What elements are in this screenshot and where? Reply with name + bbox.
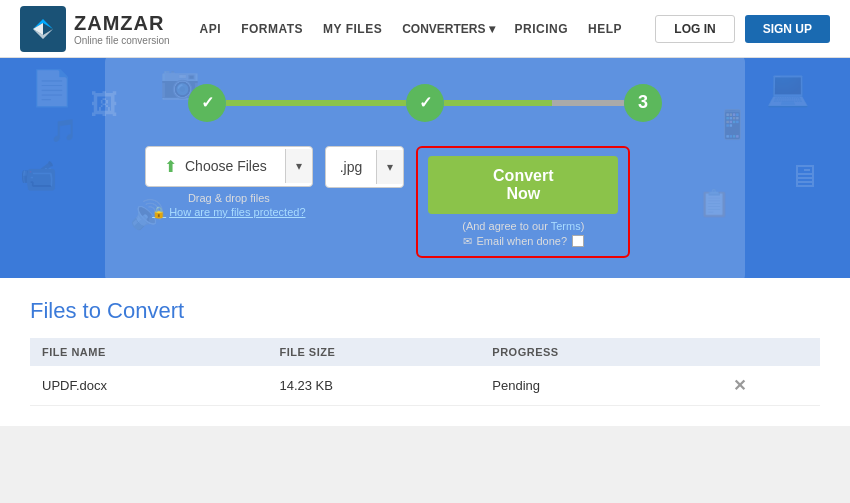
bg-icon-1: 📄	[30, 68, 74, 109]
logo-name: ZAMZAR	[74, 12, 170, 35]
step-1: ✓	[188, 84, 226, 122]
step-line-1	[226, 100, 406, 106]
logo: ZAMZAR Online file conversion	[20, 6, 170, 52]
email-row: ✉ Email when done?	[463, 235, 585, 248]
cell-progress: Pending	[480, 366, 721, 406]
nav-help[interactable]: HELP	[588, 22, 622, 36]
step-line-2	[444, 100, 624, 106]
choose-files-button[interactable]: ⬆ Choose Files ▾	[145, 146, 313, 187]
login-button[interactable]: LOG IN	[655, 15, 734, 43]
upload-icon: ⬆	[164, 157, 177, 176]
drag-drop-text: Drag & drop files	[188, 192, 270, 204]
choose-files-wrap: ⬆ Choose Files ▾ Drag & drop files 🔒 How…	[145, 146, 313, 219]
signup-button[interactable]: SIGN UP	[745, 15, 830, 43]
bg-icon-6: 💻	[766, 68, 810, 109]
files-title-accent: Convert	[107, 298, 184, 323]
email-icon: ✉	[463, 235, 472, 248]
choose-files-dropdown-arrow[interactable]: ▾	[285, 149, 312, 183]
bg-icon-8: 🖥	[788, 158, 820, 195]
logo-subtitle: Online file conversion	[74, 35, 170, 46]
nav-formats[interactable]: FORMATS	[241, 22, 303, 36]
dropdown-arrow-icon: ▾	[489, 22, 495, 36]
step-3: 3	[624, 84, 662, 122]
nav-pricing[interactable]: PRICING	[515, 22, 569, 36]
choose-files-main: ⬆ Choose Files	[146, 147, 285, 186]
email-checkbox[interactable]	[572, 235, 584, 247]
lock-icon: 🔒	[152, 206, 166, 219]
files-section: Files to Convert FILE NAME FILE SIZE PRO…	[0, 278, 850, 426]
files-table: FILE NAME FILE SIZE PROGRESS UPDF.docx 1…	[30, 338, 820, 406]
convert-now-button[interactable]: Convert Now	[428, 156, 618, 214]
nav-buttons: LOG IN SIGN UP	[655, 15, 830, 43]
agree-text: (And agree to our Terms)	[462, 220, 584, 232]
converter-card: ✓ ✓ 3 ⬆ Choose Files ▾ Drag & drop files…	[105, 58, 745, 278]
nav-links: API FORMATS MY FILES CONVERTERS ▾ PRICIN…	[200, 22, 656, 36]
nav-converters[interactable]: CONVERTERS ▾	[402, 22, 494, 36]
cell-filename: UPDF.docx	[30, 366, 267, 406]
email-label: Email when done?	[477, 235, 568, 247]
steps-bar: ✓ ✓ 3	[145, 84, 705, 122]
step-2: ✓	[406, 84, 444, 122]
hero-section: 📄 🖼 📷 🎵 📹 💻 📱 🖥 📋 🔊 ✓ ✓ 3 ⬆	[0, 58, 850, 278]
navbar: ZAMZAR Online file conversion API FORMAT…	[0, 0, 850, 58]
format-value: .jpg	[326, 149, 377, 185]
cell-filesize: 14.23 KB	[267, 366, 480, 406]
terms-link[interactable]: Terms	[551, 220, 581, 232]
bg-icon-4: 🎵	[50, 118, 77, 144]
protected-link[interactable]: 🔒 How are my files protected?	[152, 206, 305, 219]
choose-files-label: Choose Files	[185, 158, 267, 174]
col-progress: PROGRESS	[480, 338, 721, 366]
files-title: Files to Convert	[30, 298, 820, 324]
col-action	[721, 338, 820, 366]
cell-remove[interactable]: ✕	[721, 366, 820, 406]
bg-icon-5: 📹	[20, 158, 57, 193]
logo-text: ZAMZAR Online file conversion	[74, 12, 170, 46]
format-dropdown-arrow[interactable]: ▾	[376, 150, 403, 184]
col-filesize: FILE SIZE	[267, 338, 480, 366]
format-select[interactable]: .jpg ▾	[325, 146, 405, 188]
files-table-body: UPDF.docx 14.23 KB Pending ✕	[30, 366, 820, 406]
logo-icon	[20, 6, 66, 52]
convert-now-wrap: Convert Now (And agree to our Terms) ✉ E…	[416, 146, 630, 258]
controls-row: ⬆ Choose Files ▾ Drag & drop files 🔒 How…	[145, 146, 705, 258]
files-table-header: FILE NAME FILE SIZE PROGRESS	[30, 338, 820, 366]
nav-myfiles[interactable]: MY FILES	[323, 22, 382, 36]
col-filename: FILE NAME	[30, 338, 267, 366]
nav-api[interactable]: API	[200, 22, 222, 36]
remove-file-button[interactable]: ✕	[733, 377, 746, 394]
table-row: UPDF.docx 14.23 KB Pending ✕	[30, 366, 820, 406]
